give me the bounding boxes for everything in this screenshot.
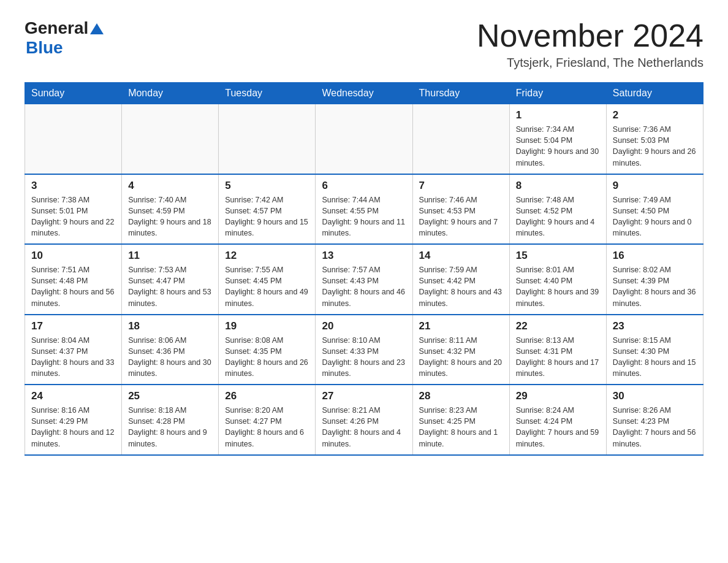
calendar-cell: 21Sunrise: 8:11 AM Sunset: 4:32 PM Dayli…: [412, 315, 509, 385]
day-info: Sunrise: 7:40 AM Sunset: 4:59 PM Dayligh…: [128, 194, 212, 239]
calendar-cell: [219, 104, 316, 174]
day-number: 29: [516, 390, 600, 402]
day-number: 27: [322, 390, 406, 402]
day-number: 7: [419, 180, 503, 192]
calendar-cell: 16Sunrise: 8:02 AM Sunset: 4:39 PM Dayli…: [606, 244, 703, 315]
day-number: 5: [225, 180, 309, 192]
day-number: 6: [322, 180, 406, 192]
day-info: Sunrise: 8:02 AM Sunset: 4:39 PM Dayligh…: [613, 264, 697, 309]
day-number: 23: [613, 320, 697, 332]
day-number: 21: [419, 320, 503, 332]
calendar-cell: 28Sunrise: 8:23 AM Sunset: 4:25 PM Dayli…: [412, 385, 509, 455]
day-number: 25: [128, 390, 212, 402]
calendar-cell: 1Sunrise: 7:34 AM Sunset: 5:04 PM Daylig…: [509, 104, 606, 174]
logo: General Blue: [25, 18, 104, 58]
day-info: Sunrise: 7:53 AM Sunset: 4:47 PM Dayligh…: [128, 264, 212, 309]
day-number: 9: [613, 180, 697, 192]
day-info: Sunrise: 8:08 AM Sunset: 4:35 PM Dayligh…: [225, 335, 309, 380]
column-header-thursday: Thursday: [412, 83, 509, 104]
column-header-sunday: Sunday: [25, 83, 122, 104]
day-number: 28: [419, 390, 503, 402]
logo-blue-text: Blue: [26, 38, 63, 58]
day-info: Sunrise: 8:06 AM Sunset: 4:36 PM Dayligh…: [128, 335, 212, 380]
day-number: 24: [31, 390, 115, 402]
calendar-cell: [122, 104, 219, 174]
month-title: November 2024: [477, 18, 703, 53]
day-info: Sunrise: 7:55 AM Sunset: 4:45 PM Dayligh…: [225, 264, 309, 309]
calendar-table: SundayMondayTuesdayWednesdayThursdayFrid…: [25, 82, 703, 456]
page-header: General Blue November 2024 Tytsjerk, Fri…: [25, 18, 703, 70]
calendar-cell: 23Sunrise: 8:15 AM Sunset: 4:30 PM Dayli…: [606, 315, 703, 385]
calendar-cell: 22Sunrise: 8:13 AM Sunset: 4:31 PM Dayli…: [509, 315, 606, 385]
day-info: Sunrise: 7:57 AM Sunset: 4:43 PM Dayligh…: [322, 264, 406, 309]
calendar-cell: 27Sunrise: 8:21 AM Sunset: 4:26 PM Dayli…: [316, 385, 412, 455]
calendar-cell: 2Sunrise: 7:36 AM Sunset: 5:03 PM Daylig…: [606, 104, 703, 174]
calendar-cell: [412, 104, 509, 174]
calendar-cell: 14Sunrise: 7:59 AM Sunset: 4:42 PM Dayli…: [412, 244, 509, 315]
day-info: Sunrise: 7:51 AM Sunset: 4:48 PM Dayligh…: [31, 264, 115, 309]
calendar-cell: 6Sunrise: 7:44 AM Sunset: 4:55 PM Daylig…: [316, 174, 412, 245]
calendar-cell: 19Sunrise: 8:08 AM Sunset: 4:35 PM Dayli…: [219, 315, 316, 385]
calendar-cell: 18Sunrise: 8:06 AM Sunset: 4:36 PM Dayli…: [122, 315, 219, 385]
day-info: Sunrise: 8:21 AM Sunset: 4:26 PM Dayligh…: [322, 405, 406, 450]
calendar-week-row: 1Sunrise: 7:34 AM Sunset: 5:04 PM Daylig…: [25, 104, 703, 174]
day-info: Sunrise: 7:59 AM Sunset: 4:42 PM Dayligh…: [419, 264, 503, 309]
day-info: Sunrise: 7:44 AM Sunset: 4:55 PM Dayligh…: [322, 194, 406, 239]
calendar-cell: 10Sunrise: 7:51 AM Sunset: 4:48 PM Dayli…: [25, 244, 122, 315]
calendar-cell: 8Sunrise: 7:48 AM Sunset: 4:52 PM Daylig…: [509, 174, 606, 245]
day-info: Sunrise: 8:01 AM Sunset: 4:40 PM Dayligh…: [516, 264, 600, 309]
logo-general-text: General: [25, 18, 88, 38]
calendar-cell: 3Sunrise: 7:38 AM Sunset: 5:01 PM Daylig…: [25, 174, 122, 245]
day-number: 20: [322, 320, 406, 332]
day-info: Sunrise: 8:11 AM Sunset: 4:32 PM Dayligh…: [419, 335, 503, 380]
calendar-cell: 24Sunrise: 8:16 AM Sunset: 4:29 PM Dayli…: [25, 385, 122, 455]
calendar-cell: 4Sunrise: 7:40 AM Sunset: 4:59 PM Daylig…: [122, 174, 219, 245]
day-info: Sunrise: 7:48 AM Sunset: 4:52 PM Dayligh…: [516, 194, 600, 239]
day-number: 22: [516, 320, 600, 332]
day-info: Sunrise: 8:04 AM Sunset: 4:37 PM Dayligh…: [31, 335, 115, 380]
day-number: 26: [225, 390, 309, 402]
day-number: 14: [419, 250, 503, 262]
calendar-cell: 30Sunrise: 8:26 AM Sunset: 4:23 PM Dayli…: [606, 385, 703, 455]
calendar-cell: 5Sunrise: 7:42 AM Sunset: 4:57 PM Daylig…: [219, 174, 316, 245]
calendar-cell: 26Sunrise: 8:20 AM Sunset: 4:27 PM Dayli…: [219, 385, 316, 455]
day-info: Sunrise: 7:36 AM Sunset: 5:03 PM Dayligh…: [613, 124, 697, 169]
day-number: 15: [516, 250, 600, 262]
day-number: 2: [613, 109, 697, 121]
title-block: November 2024 Tytsjerk, Friesland, The N…: [477, 18, 703, 70]
column-header-friday: Friday: [509, 83, 606, 104]
day-number: 8: [516, 180, 600, 192]
calendar-cell: 12Sunrise: 7:55 AM Sunset: 4:45 PM Dayli…: [219, 244, 316, 315]
logo-triangle-icon: [90, 22, 104, 36]
day-number: 3: [31, 180, 115, 192]
calendar-cell: [316, 104, 412, 174]
calendar-week-row: 10Sunrise: 7:51 AM Sunset: 4:48 PM Dayli…: [25, 244, 703, 315]
calendar-week-row: 3Sunrise: 7:38 AM Sunset: 5:01 PM Daylig…: [25, 174, 703, 245]
day-info: Sunrise: 8:24 AM Sunset: 4:24 PM Dayligh…: [516, 405, 600, 450]
day-info: Sunrise: 8:20 AM Sunset: 4:27 PM Dayligh…: [225, 405, 309, 450]
calendar-cell: 17Sunrise: 8:04 AM Sunset: 4:37 PM Dayli…: [25, 315, 122, 385]
day-number: 16: [613, 250, 697, 262]
day-number: 1: [516, 109, 600, 121]
day-number: 11: [128, 250, 212, 262]
calendar-cell: 25Sunrise: 8:18 AM Sunset: 4:28 PM Dayli…: [122, 385, 219, 455]
column-header-tuesday: Tuesday: [219, 83, 316, 104]
day-number: 18: [128, 320, 212, 332]
calendar-cell: [25, 104, 122, 174]
day-info: Sunrise: 7:49 AM Sunset: 4:50 PM Dayligh…: [613, 194, 697, 239]
day-info: Sunrise: 8:18 AM Sunset: 4:28 PM Dayligh…: [128, 405, 212, 450]
day-info: Sunrise: 8:13 AM Sunset: 4:31 PM Dayligh…: [516, 335, 600, 380]
day-number: 4: [128, 180, 212, 192]
day-info: Sunrise: 8:10 AM Sunset: 4:33 PM Dayligh…: [322, 335, 406, 380]
day-number: 13: [322, 250, 406, 262]
day-info: Sunrise: 7:34 AM Sunset: 5:04 PM Dayligh…: [516, 124, 600, 169]
day-info: Sunrise: 7:46 AM Sunset: 4:53 PM Dayligh…: [419, 194, 503, 239]
calendar-week-row: 17Sunrise: 8:04 AM Sunset: 4:37 PM Dayli…: [25, 315, 703, 385]
day-info: Sunrise: 7:42 AM Sunset: 4:57 PM Dayligh…: [225, 194, 309, 239]
calendar-cell: 15Sunrise: 8:01 AM Sunset: 4:40 PM Dayli…: [509, 244, 606, 315]
calendar-header-row: SundayMondayTuesdayWednesdayThursdayFrid…: [25, 83, 703, 104]
calendar-cell: 11Sunrise: 7:53 AM Sunset: 4:47 PM Dayli…: [122, 244, 219, 315]
calendar-cell: 9Sunrise: 7:49 AM Sunset: 4:50 PM Daylig…: [606, 174, 703, 245]
day-info: Sunrise: 7:38 AM Sunset: 5:01 PM Dayligh…: [31, 194, 115, 239]
calendar-cell: 7Sunrise: 7:46 AM Sunset: 4:53 PM Daylig…: [412, 174, 509, 245]
